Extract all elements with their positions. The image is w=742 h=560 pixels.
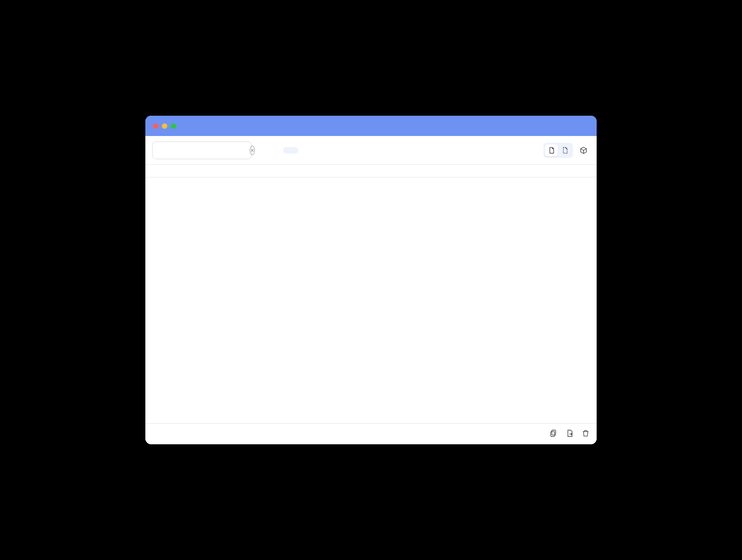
x-icon — [250, 148, 254, 152]
search-field-wrap — [152, 141, 252, 159]
trash-button[interactable] — [581, 429, 590, 439]
close-window-button[interactable] — [153, 123, 158, 129]
window-controls — [153, 123, 176, 129]
show-hidden-button[interactable] — [559, 144, 571, 156]
svg-rect-5 — [551, 432, 554, 437]
visibility-toggle — [543, 143, 573, 158]
file-icon — [548, 147, 555, 154]
toolbar — [145, 136, 597, 165]
zoom-window-button[interactable] — [171, 123, 176, 129]
reveal-button[interactable] — [565, 429, 574, 439]
titlebar — [145, 116, 597, 136]
scope-tab-more[interactable] — [329, 147, 344, 154]
scope-tab-volume[interactable] — [283, 147, 298, 154]
search-input[interactable] — [160, 146, 250, 155]
column-header — [145, 165, 597, 177]
scope-tab-user[interactable] — [298, 147, 314, 154]
copy-button[interactable] — [549, 429, 558, 439]
app-window — [145, 116, 597, 444]
path-actions — [549, 429, 590, 439]
scope-tab-documents[interactable] — [314, 147, 329, 154]
scope-tabs — [283, 147, 344, 154]
results-list — [145, 177, 597, 423]
cube-icon — [580, 147, 587, 154]
minimize-window-button[interactable] — [162, 123, 167, 129]
show-visible-button[interactable] — [545, 144, 558, 156]
toolbar-right — [539, 143, 590, 158]
clear-search-button[interactable] — [250, 146, 255, 155]
path-bar — [145, 423, 597, 444]
svg-rect-4 — [552, 430, 556, 435]
file-dashed-icon — [561, 147, 569, 154]
packages-button[interactable] — [577, 144, 590, 156]
